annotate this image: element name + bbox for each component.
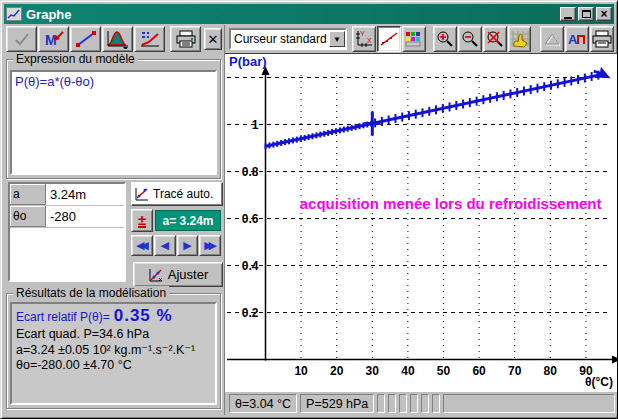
thetao-result-line: θo=-280.00 ±4.70 °C	[16, 358, 211, 372]
printer-icon	[175, 30, 197, 48]
minimize-icon	[564, 17, 572, 19]
window-graph-icon	[6, 7, 22, 21]
step-param-button[interactable]: ±	[131, 209, 153, 232]
right-arrow-icon: ▶	[183, 239, 191, 252]
status-cell	[399, 394, 407, 413]
x-tick-label: 60	[472, 364, 486, 378]
printer-icon	[591, 30, 613, 48]
plot-style-icon	[379, 30, 399, 48]
x-tick-label: 70	[508, 364, 522, 378]
x-tick-label: 50	[437, 364, 451, 378]
graph-canvas[interactable]: 0.20.40.60.81102030405060708090P(bar)θ(°…	[225, 53, 617, 391]
adjust-button[interactable]: Ajuster	[133, 262, 223, 287]
window-title: Graphe	[26, 7, 558, 22]
x-tick-label: 10	[294, 364, 308, 378]
param-name-thetao: θo	[10, 206, 46, 227]
palette-icon	[405, 31, 423, 47]
quadratic-gap-line: Ecart quad. P=34.6 hPa	[16, 327, 211, 341]
parameter-controls: Tracé auto. ± a= 3.24m ◀◀ ◀ ▶ ▶▶	[131, 182, 221, 287]
segment-tool-button[interactable]	[70, 26, 101, 52]
cursor-mode-value: Curseur standard	[231, 32, 329, 46]
text-annotation-icon: A	[567, 30, 587, 48]
trace-auto-icon	[134, 186, 150, 202]
plot-style-button[interactable]	[377, 26, 401, 52]
text-annotation-button[interactable]: A	[565, 26, 589, 52]
shape-triangle-icon	[542, 31, 562, 47]
model-m-icon: M	[43, 30, 65, 48]
param-name-a: a	[10, 184, 46, 205]
axes-scale-button[interactable]: Y X	[352, 26, 376, 52]
curve-icon	[106, 29, 130, 49]
shape-tool-button[interactable]	[540, 26, 564, 52]
first-param-button[interactable]: ◀◀	[131, 235, 153, 256]
chevron-down-icon[interactable]: ▼	[329, 31, 345, 47]
decrease-param-button[interactable]: ◀	[154, 235, 176, 256]
trace-auto-button[interactable]: Tracé auto.	[131, 182, 223, 206]
svg-text:A: A	[568, 32, 578, 47]
print-graph-button[interactable]	[590, 26, 614, 52]
statusbar: θ=3.04 °C P=529 hPa	[225, 391, 617, 415]
close-button[interactable]: ×	[596, 7, 612, 21]
pressure-temperature-chart[interactable]: 0.20.40.60.81102030405060708090P(bar)θ(°…	[225, 54, 617, 392]
param-nav: ◀◀ ◀ ▶ ▶▶	[131, 235, 221, 256]
parameter-row: a 3.24m	[10, 184, 124, 206]
model-expression: P(θ)=a*(θ-θo)	[15, 74, 94, 89]
param-value-thetao[interactable]: -280	[46, 206, 124, 227]
double-left-arrow-icon: ◀◀	[136, 239, 145, 252]
model-button[interactable]: M	[38, 26, 69, 52]
status-cell	[432, 394, 440, 413]
active-param-badge: a= 3.24m	[155, 210, 221, 231]
x-tick-label: 30	[366, 364, 380, 378]
cursor-mode-select[interactable]: Curseur standard ▼	[229, 28, 347, 50]
y-tick-label: 1	[252, 118, 259, 132]
pressure-readout: P=529 hPa	[300, 394, 374, 413]
segment-icon	[75, 30, 97, 48]
check-icon	[13, 31, 31, 47]
values-display-button[interactable]	[134, 26, 165, 52]
y-tick-label: 0.6	[242, 212, 259, 226]
minimize-button[interactable]	[560, 7, 576, 21]
last-param-button[interactable]: ▶▶	[199, 235, 221, 256]
y-tick-label: 0.8	[242, 165, 259, 179]
zoom-cancel-icon	[486, 30, 504, 48]
expression-title: Expression du modèle	[13, 52, 138, 66]
close-x-icon: ✕	[208, 32, 219, 47]
colors-palette-button[interactable]	[402, 26, 426, 52]
relative-gap-value: 0.35 %	[114, 306, 173, 326]
validate-check-button[interactable]	[6, 26, 37, 52]
x-tick-label: 40	[401, 364, 415, 378]
status-cell	[377, 394, 385, 413]
status-cell	[443, 394, 615, 413]
curve-display-button[interactable]	[102, 26, 133, 52]
close-icon: ×	[600, 8, 607, 20]
expression-field[interactable]: P(θ)=a*(θ-θo)	[10, 70, 217, 175]
x-axis-title: θ(°C)	[585, 375, 613, 389]
zoom-out-button[interactable]	[458, 26, 482, 52]
status-cell	[410, 394, 418, 413]
titlebar[interactable]: Graphe ×	[4, 4, 614, 24]
increase-param-button[interactable]: ▶	[177, 235, 199, 256]
adjust-label: Ajuster	[168, 267, 208, 282]
results-body: Ecart relatif P(θ)= 0.35 % Ecart quad. P…	[10, 302, 217, 405]
param-value-a[interactable]: 3.24m	[46, 184, 124, 205]
relative-gap-line: Ecart relatif P(θ)= 0.35 %	[16, 306, 211, 326]
svg-text:Y: Y	[360, 30, 365, 37]
y-axis-title: P(bar)	[229, 54, 267, 69]
maximize-button[interactable]	[578, 7, 594, 21]
acquisition-annotation: acquisition menée lors du refroidissemen…	[300, 195, 602, 212]
relative-gap-label: Ecart relatif P(θ)=	[16, 310, 110, 324]
print-model-button[interactable]	[170, 26, 201, 52]
status-cell	[388, 394, 396, 413]
expression-groupbox: Expression du modèle P(θ)=a*(θ-θo)	[6, 59, 221, 179]
zoom-in-button[interactable]	[433, 26, 457, 52]
zoom-cancel-button[interactable]	[483, 26, 507, 52]
plus-minus-icon: ±	[138, 213, 146, 229]
results-title: Résultats de la modélisation	[13, 286, 169, 300]
pan-hand-button[interactable]	[508, 26, 532, 52]
zoom-in-icon	[436, 30, 454, 48]
x-tick-label: 20	[330, 364, 344, 378]
graph-pane: Curseur standard ▼ Y X	[224, 25, 616, 415]
y-tick-label: 0.2	[242, 306, 259, 320]
axes-scale-icon: Y X	[354, 30, 374, 48]
close-model-pane-button[interactable]: ✕	[204, 28, 222, 50]
